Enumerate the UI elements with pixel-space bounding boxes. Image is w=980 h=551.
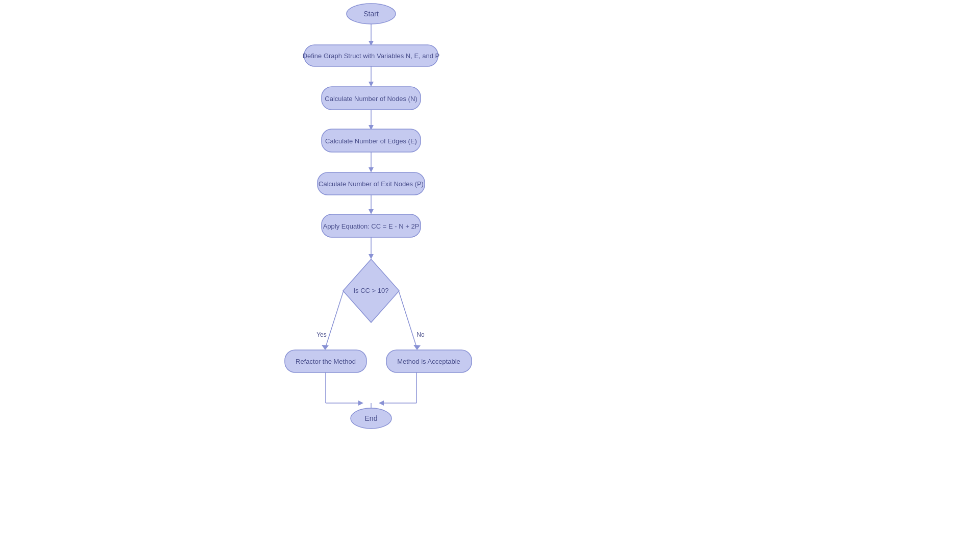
decision-label: Is CC > 10?: [353, 287, 388, 294]
end-label: End: [365, 414, 378, 422]
calc-nodes-label: Calculate Number of Nodes (N): [325, 95, 417, 103]
no-label: No: [416, 331, 425, 338]
background: [0, 0, 980, 551]
apply-eq-label: Apply Equation: CC = E - N + 2P: [323, 222, 420, 230]
calc-exit-label: Calculate Number of Exit Nodes (P): [318, 180, 424, 188]
diagram-container: Start Define Graph Struct with Variables…: [0, 0, 980, 551]
define-label: Define Graph Struct with Variables N, E,…: [303, 52, 440, 60]
calc-edges-label: Calculate Number of Edges (E): [325, 137, 417, 145]
yes-label: Yes: [316, 331, 327, 338]
refactor-label: Refactor the Method: [296, 358, 356, 365]
acceptable-label: Method is Acceptable: [397, 358, 460, 365]
start-label: Start: [363, 10, 379, 18]
